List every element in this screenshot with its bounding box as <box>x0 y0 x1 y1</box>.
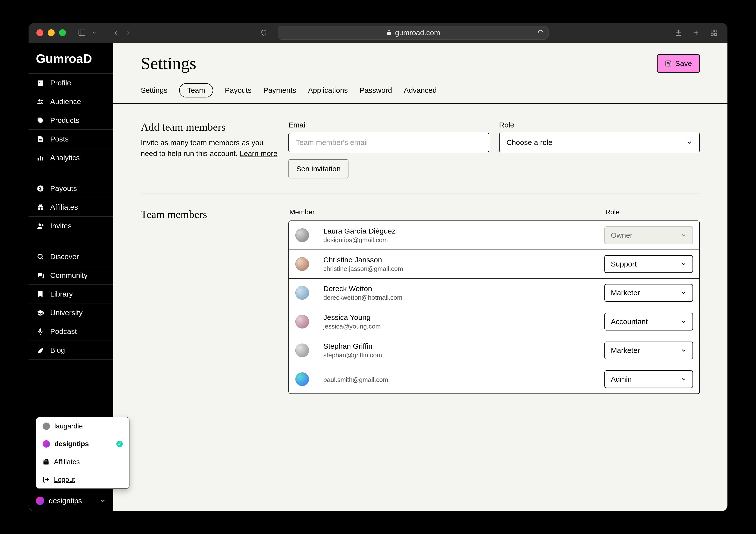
traffic-lights <box>37 29 66 36</box>
svg-rect-7 <box>711 34 714 36</box>
role-label: Role <box>499 121 700 129</box>
sidebar-item-blog[interactable]: Blog <box>29 341 113 360</box>
sidebar-item-analytics[interactable]: Analytics <box>29 148 113 167</box>
col-member: Member <box>289 208 606 216</box>
privacy-shield-icon[interactable] <box>258 27 269 39</box>
account-option-designtips[interactable]: designtips ✓ <box>36 435 129 453</box>
tab-applications[interactable]: Applications <box>308 83 348 97</box>
member-info: Christine Janssonchristine.jasson@gmail.… <box>323 256 599 273</box>
role-select[interactable]: Marketer <box>605 284 693 302</box>
account-switcher-popover: laugardie designtips ✓ Affiliates <box>36 417 129 489</box>
minimize-window[interactable] <box>48 29 55 36</box>
chevron-down-icon <box>681 290 687 296</box>
member-email: christine.jasson@gmail.com <box>323 265 599 273</box>
address-bar[interactable]: gumroad.com <box>278 26 549 40</box>
browser-chrome: gumroad.com <box>29 23 727 43</box>
sidebar-item-posts[interactable]: Posts <box>29 130 113 148</box>
table-row: Christine Janssonchristine.jasson@gmail.… <box>289 250 699 279</box>
main: Settings Save SettingsTeamPayoutsPayment… <box>113 43 727 511</box>
sidebar-item-products[interactable]: Products <box>29 111 113 130</box>
sidebar-item-discover[interactable]: Discover <box>29 247 113 266</box>
table-row: Stephan Griffinstephan@griffin.comMarket… <box>289 336 699 365</box>
settings-tabs: SettingsTeamPayoutsPaymentsApplicationsP… <box>113 79 727 104</box>
role-select: Owner <box>605 227 693 244</box>
sidebar-item-library[interactable]: Library <box>29 285 113 304</box>
role-select[interactable]: Marketer <box>605 341 693 359</box>
svg-rect-5 <box>711 30 714 32</box>
sidebar-item-audience[interactable]: Audience <box>29 92 113 111</box>
svg-rect-19 <box>40 328 41 332</box>
dollar-icon: $ <box>36 185 45 192</box>
member-name: Laura García Diéguez <box>323 227 599 235</box>
back-button[interactable] <box>110 27 122 39</box>
chevron-down-icon[interactable] <box>89 27 100 39</box>
reload-icon[interactable] <box>537 30 544 36</box>
table-row: Laura García Diéguezdesigntips@gmail.com… <box>289 221 699 250</box>
sidebar-item-label: Products <box>50 116 79 124</box>
page-header: Settings Save <box>113 43 727 79</box>
fullscreen-window[interactable] <box>59 29 66 36</box>
sidebar-item-label: University <box>50 308 83 317</box>
save-button[interactable]: Save <box>657 54 700 73</box>
sidebar-toggle-icon[interactable] <box>76 27 88 39</box>
tab-team[interactable]: Team <box>179 83 213 97</box>
tab-advanced[interactable]: Advanced <box>404 83 437 97</box>
tab-payments[interactable]: Payments <box>263 83 296 97</box>
sidebar-item-payouts[interactable]: $Payouts <box>29 179 113 198</box>
account-option-laugardie[interactable]: laugardie <box>36 417 129 435</box>
member-email: dereckwetton@hotmail.com <box>323 294 599 302</box>
svg-text:$: $ <box>39 186 41 191</box>
search-icon <box>36 253 45 260</box>
sidebar-item-profile[interactable]: Profile <box>29 73 113 92</box>
role-select[interactable]: Support <box>605 255 693 273</box>
email-input[interactable] <box>288 133 489 152</box>
member-info: Laura García Diéguezdesigntips@gmail.com <box>323 227 599 244</box>
svg-rect-13 <box>42 157 43 160</box>
save-label: Save <box>675 59 692 68</box>
account-name: designtips <box>49 496 82 505</box>
tab-overview-icon[interactable] <box>708 27 719 39</box>
svg-line-18 <box>41 258 43 259</box>
tab-payouts[interactable]: Payouts <box>225 83 252 97</box>
forward-button <box>122 27 134 39</box>
account-name: designtips <box>54 440 89 448</box>
popover-logout[interactable]: Logout <box>36 471 129 489</box>
chevron-down-icon <box>681 319 687 325</box>
svg-rect-0 <box>79 30 85 36</box>
sidebar-item-podcast[interactable]: Podcast <box>29 322 113 341</box>
chevron-down-icon <box>681 376 687 382</box>
tab-settings[interactable]: Settings <box>141 83 167 97</box>
member-name: Jessica Young <box>323 313 599 322</box>
sidebar-item-university[interactable]: University <box>29 304 113 322</box>
learn-more-link[interactable]: Learn more <box>240 149 277 157</box>
svg-rect-8 <box>715 34 717 36</box>
close-window[interactable] <box>37 29 43 36</box>
avatar <box>36 496 44 505</box>
role-select[interactable]: Choose a role <box>499 133 700 152</box>
popover-affiliates[interactable]: Affiliates <box>36 453 129 471</box>
new-tab-icon[interactable] <box>690 27 702 39</box>
sidebar-item-invites[interactable]: Invites <box>29 217 113 235</box>
browser-window: gumroad.com GumroaD ProfileAudienceProdu… <box>29 23 727 511</box>
sidebar-item-label: Audience <box>50 97 81 106</box>
role-select[interactable]: Accountant <box>605 313 693 331</box>
role-value: Accountant <box>611 317 648 326</box>
send-invitation-button[interactable]: Sen invitation <box>288 159 348 178</box>
share-icon[interactable] <box>673 27 684 39</box>
avatar <box>42 422 50 430</box>
role-select[interactable]: Admin <box>605 370 693 388</box>
avatar <box>295 286 309 300</box>
sidebar-item-community[interactable]: Community <box>29 266 113 285</box>
svg-rect-12 <box>40 156 41 160</box>
role-value: Admin <box>611 375 632 384</box>
mic-icon <box>36 328 45 335</box>
account-switcher-button[interactable]: designtips <box>29 490 113 511</box>
lock-icon <box>386 30 392 36</box>
people-icon <box>36 98 45 105</box>
member-email: stephan@griffin.com <box>323 351 599 359</box>
url-host: gumroad.com <box>395 29 440 37</box>
sidebar-item-affiliates[interactable]: Affiliates <box>29 198 113 217</box>
tab-password[interactable]: Password <box>360 83 392 97</box>
section-description: Invite as many team members as you need … <box>141 137 279 159</box>
role-value: Marketer <box>611 346 640 355</box>
